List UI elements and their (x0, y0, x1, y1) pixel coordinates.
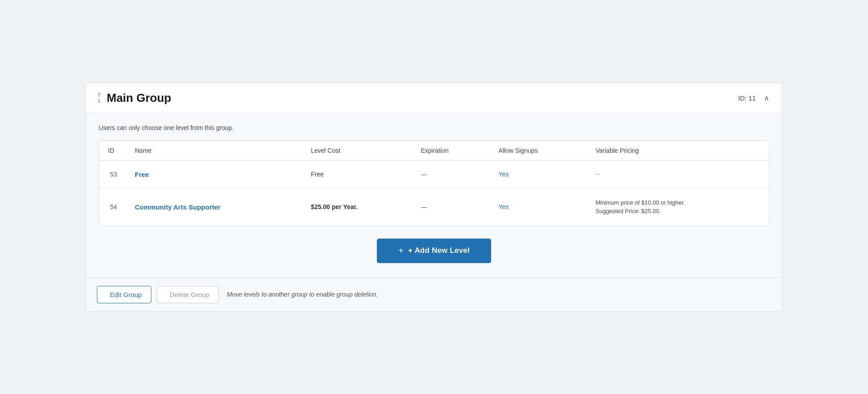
edit-group-label: Edit Group (110, 291, 142, 298)
col-variable-pricing: Variable Pricing (587, 141, 769, 161)
arrow-down-icon[interactable]: ⇩ (97, 98, 101, 104)
collapse-button[interactable]: ∧ (762, 92, 771, 104)
header-left: ⇧ ⇩ Main Group (97, 91, 171, 105)
col-expiration: Expiration (412, 141, 489, 161)
footer-note: Move levels to another group to enable g… (227, 291, 378, 298)
row-1-cost: Free (302, 160, 412, 188)
card-body: Users can only choose one level from thi… (86, 113, 782, 277)
add-level-label: + Add New Level (408, 246, 470, 255)
col-name: Name (126, 141, 302, 161)
row-2-signups: Yes (489, 188, 586, 226)
row-1-signups-link[interactable]: Yes (498, 171, 509, 178)
row-1-variable-pricing: -- (587, 160, 769, 188)
row-2-id: 54 (99, 188, 126, 226)
row-2-signups-link[interactable]: Yes (498, 203, 509, 210)
row-1-expiration: — (412, 160, 489, 188)
level-community-link[interactable]: Community Arts Supporter (135, 203, 221, 211)
header-right: ID: 11 ∧ (738, 92, 771, 104)
row-2-expiration: — (412, 188, 489, 226)
row-2-variable-pricing: Minimum price of $10.00 or higher.Sugges… (587, 188, 769, 226)
group-id: ID: 11 (738, 94, 756, 102)
levels-table: ID Name Level Cost Expiration Allow Sign… (99, 141, 769, 226)
col-level-cost: Level Cost (302, 141, 412, 161)
row-1-signups: Yes (489, 160, 586, 188)
table-header-row: ID Name Level Cost Expiration Allow Sign… (99, 141, 769, 161)
col-id: ID (99, 141, 126, 161)
card-footer: Edit Group Delete Group Move levels to a… (86, 277, 782, 311)
group-title: Main Group (107, 91, 171, 105)
add-new-level-button[interactable]: + + Add New Level (377, 239, 491, 263)
table-row: 54 Community Arts Supporter $25.00 per Y… (99, 188, 769, 226)
delete-group-button: Delete Group (157, 286, 219, 303)
info-text: Users can only choose one level from thi… (99, 124, 769, 131)
add-level-wrap: + + Add New Level (99, 239, 769, 263)
row-1-name: Free (126, 160, 302, 188)
group-card: ⇧ ⇩ Main Group ID: 11 ∧ Users can only c… (86, 83, 782, 312)
sort-arrows[interactable]: ⇧ ⇩ (97, 92, 101, 104)
card-header: ⇧ ⇩ Main Group ID: 11 ∧ (86, 83, 782, 113)
level-free-link[interactable]: Free (135, 171, 149, 178)
plus-icon: + (398, 246, 404, 256)
col-allow-signups: Allow Signups (489, 141, 586, 161)
variable-pricing-text: Minimum price of $10.00 or higher.Sugges… (596, 198, 760, 216)
row-2-cost: $25.00 per Year. (302, 188, 412, 226)
row-1-id: 53 (99, 160, 126, 188)
edit-group-button[interactable]: Edit Group (97, 286, 151, 303)
delete-group-label: Delete Group (170, 291, 209, 298)
row-2-name: Community Arts Supporter (126, 188, 302, 226)
levels-table-wrapper: ID Name Level Cost Expiration Allow Sign… (99, 140, 769, 226)
table-row: 53 Free Free — Yes -- (99, 160, 769, 188)
arrow-up-icon[interactable]: ⇧ (97, 92, 101, 97)
